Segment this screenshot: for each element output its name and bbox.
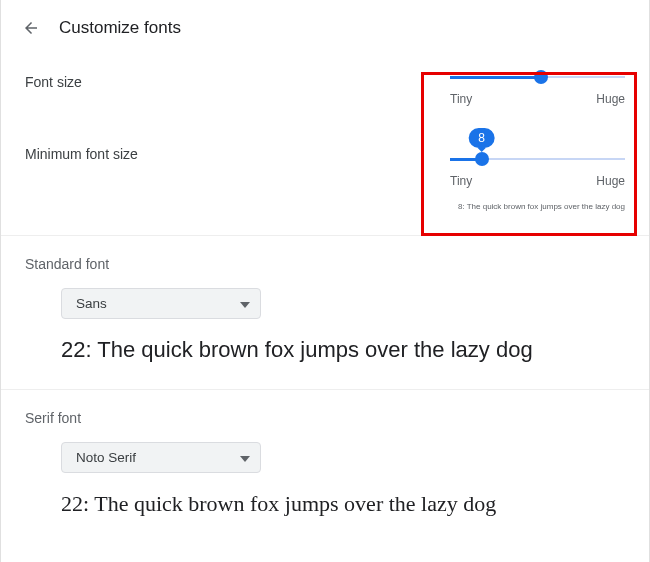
slider-min-label: Tiny <box>450 92 472 106</box>
font-size-slider[interactable] <box>450 70 625 84</box>
min-font-size-row: Minimum font size 8 Tiny Huge 8: The qui… <box>25 140 625 211</box>
standard-font-preview: 22: The quick brown fox jumps over the l… <box>61 337 625 363</box>
slider-tooltip: 8 <box>468 128 495 148</box>
serif-font-select[interactable]: Noto Serif <box>61 442 261 473</box>
select-value: Noto Serif <box>76 450 136 465</box>
min-font-size-label: Minimum font size <box>25 140 138 162</box>
slider-max-label: Huge <box>596 92 625 106</box>
slider-thumb[interactable] <box>534 70 548 84</box>
arrow-left-icon <box>22 19 40 37</box>
select-value: Sans <box>76 296 107 311</box>
page-title: Customize fonts <box>59 18 181 38</box>
back-button[interactable] <box>21 18 41 38</box>
serif-font-title: Serif font <box>25 410 625 426</box>
standard-font-select[interactable]: Sans <box>61 288 261 319</box>
slider-thumb[interactable]: 8 <box>475 152 489 166</box>
font-size-row: Font size Tiny Huge <box>25 68 625 106</box>
min-font-size-slider[interactable]: 8 <box>450 152 625 166</box>
standard-font-title: Standard font <box>25 256 625 272</box>
caret-down-icon <box>240 450 250 465</box>
serif-font-preview: 22: The quick brown fox jumps over the l… <box>61 491 625 517</box>
slider-max-label: Huge <box>596 174 625 188</box>
slider-min-label: Tiny <box>450 174 472 188</box>
font-size-label: Font size <box>25 68 82 90</box>
caret-down-icon <box>240 296 250 311</box>
min-font-preview: 8: The quick brown fox jumps over the la… <box>450 202 625 211</box>
